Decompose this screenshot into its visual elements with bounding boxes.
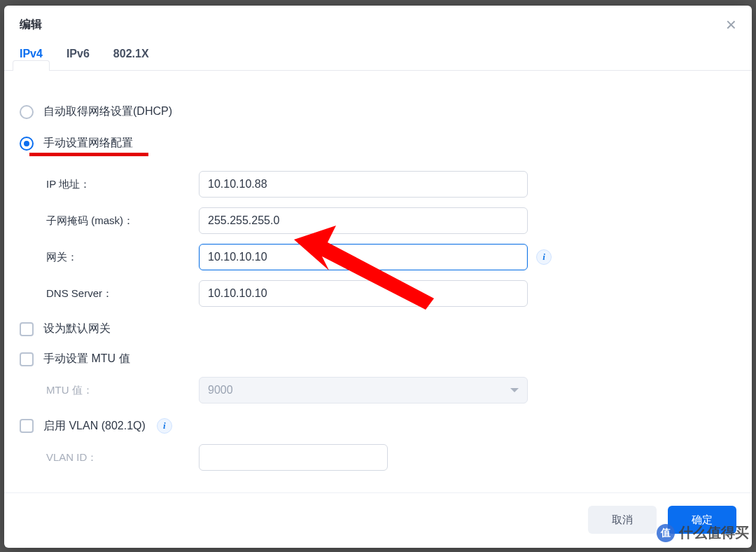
dialog-title: 编辑 [20,18,42,32]
gateway-input[interactable] [199,244,528,270]
chevron-down-icon [510,388,519,392]
radio-manual[interactable] [20,137,34,151]
tab-ipv6[interactable]: IPv6 [66,41,90,70]
mask-input[interactable] [199,207,528,234]
radio-manual-label: 手动设置网络配置 [43,136,133,151]
mtu-select-value: 9000 [208,384,233,396]
dns-row: DNS Server： [20,275,736,312]
tab-bar: IPv4 IPv6 802.1X [4,41,752,71]
tab-8021x[interactable]: 802.1X [113,41,149,70]
mtu-label: MTU 值： [20,384,199,397]
vlan-id-row: VLAN ID： [20,439,736,476]
ip-input[interactable] [199,171,528,198]
vlan-id-input [199,444,388,471]
manual-mtu-row[interactable]: 手动设置 MTU 值 [20,342,736,372]
tab-ipv6-label: IPv6 [66,48,90,60]
dialog-header: 编辑 × [4,6,752,41]
cancel-button[interactable]: 取消 [588,506,657,534]
gateway-label: 网关： [20,251,199,264]
gateway-info-icon[interactable]: i [536,249,552,265]
tab-ipv4[interactable]: IPv4 [20,41,43,70]
close-icon[interactable]: × [726,15,736,34]
dialog-footer: 取消 确定 [4,492,752,548]
mask-row: 子网掩码 (mask)： [20,202,736,239]
gateway-row: 网关： i [20,239,736,275]
annotation-red-underline [29,153,148,156]
radio-dhcp-row[interactable]: 自动取得网络设置(DHCP) [20,99,736,130]
default-gateway-row[interactable]: 设为默认网关 [20,312,736,342]
radio-dhcp[interactable] [20,105,34,119]
radio-dhcp-label: 自动取得网络设置(DHCP) [43,104,172,119]
mtu-row: MTU 值： 9000 [20,372,736,408]
default-gateway-checkbox[interactable] [20,322,34,336]
ip-label: IP 地址： [20,178,199,191]
tab-8021x-label: 802.1X [113,48,149,60]
dns-input[interactable] [199,280,528,307]
dns-label: DNS Server： [20,287,199,301]
edit-network-dialog: 编辑 × IPv4 IPv6 802.1X 自动取得网络设置(DHCP) 手动设… [4,6,752,548]
ok-button[interactable]: 确定 [668,506,736,534]
form-area: 自动取得网络设置(DHCP) 手动设置网络配置 IP 地址： 子网掩码 (mas… [20,79,736,476]
enable-vlan-checkbox[interactable] [20,419,34,433]
vlan-info-icon[interactable]: i [157,418,172,434]
ip-row: IP 地址： [20,166,736,202]
enable-vlan-label: 启用 VLAN (802.1Q) [43,419,146,434]
radio-manual-row[interactable]: 手动设置网络配置 [20,130,736,166]
tab-ipv4-label: IPv4 [20,48,43,60]
vlan-id-label: VLAN ID： [20,451,199,464]
enable-vlan-row[interactable]: 启用 VLAN (802.1Q) i [20,408,736,439]
default-gateway-label: 设为默认网关 [43,322,111,336]
manual-mtu-checkbox[interactable] [20,352,34,366]
dialog-body: 自动取得网络设置(DHCP) 手动设置网络配置 IP 地址： 子网掩码 (mas… [4,71,752,492]
mask-label: 子网掩码 (mask)： [20,214,199,228]
mtu-select: 9000 [199,377,528,403]
manual-mtu-label: 手动设置 MTU 值 [43,352,130,366]
